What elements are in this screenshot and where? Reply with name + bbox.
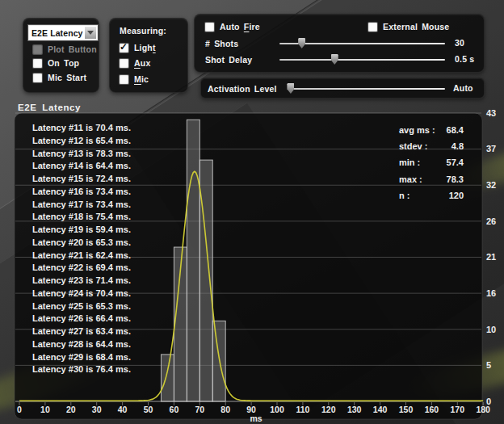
checkbox-row-aux[interactable]: Aux (120, 57, 150, 69)
plot-button-checkbox (33, 45, 42, 54)
external-mouse-label: External Mouse (383, 21, 449, 32)
latency-log-line: Latency #28 is 64.4 ms. (32, 339, 131, 349)
latency-log-line: Latency #15 is 72.4 ms. (32, 174, 131, 183)
activation-value: Auto (453, 83, 473, 93)
mic-start-label: Mic Start (48, 72, 86, 83)
plot-button-label: Plot Button (48, 44, 97, 55)
latency-log-line: Latency #30 is 76.4 ms. (32, 364, 131, 374)
preset-dropdown[interactable]: E2E Latency (28, 25, 98, 40)
aux-label: Aux (134, 57, 150, 69)
shot-delay-slider-track[interactable] (279, 59, 445, 61)
on-top-label: On Top (48, 57, 79, 69)
y-tick-label: 26 (486, 216, 496, 226)
light-checkbox[interactable] (120, 44, 128, 52)
stat-label: min : (399, 157, 420, 167)
x-tick-label: 160 (425, 405, 439, 414)
checkbox-row-light[interactable]: Light (120, 42, 156, 53)
mic-checkbox[interactable] (120, 75, 128, 84)
checkbox-row-on-top[interactable]: On Top (33, 57, 79, 69)
shot-delay-value: 0.5 s (455, 54, 474, 64)
latency-log-line: Latency #25 is 65.3 ms. (32, 301, 131, 311)
shots-value: 30 (455, 38, 464, 48)
y-tick-label: 5 (486, 360, 491, 370)
y-tick-label: 37 (486, 144, 496, 153)
checkbox-row-plot-button: Plot Button (33, 44, 97, 55)
stat-label: stdev : (399, 141, 427, 151)
x-tick-label: 20 (66, 405, 76, 414)
stat-value: 78.3 (447, 174, 464, 184)
latency-log-line: Latency #18 is 75.4 ms. (32, 212, 131, 221)
stat-value: 68.4 (447, 125, 464, 135)
stat-label: n : (399, 191, 410, 200)
mic-label: Mic (134, 73, 149, 85)
x-tick-label: 170 (451, 405, 465, 414)
checkbox-row-mic-start[interactable]: Mic Start (33, 72, 86, 83)
dropdown-button[interactable] (85, 27, 96, 39)
auto-fire-checkbox[interactable] (205, 23, 214, 31)
shot-delay-slider-thumb[interactable] (331, 54, 338, 65)
x-tick-label: 40 (118, 405, 128, 414)
checkbox-row-auto-fire[interactable]: Auto Fire (205, 21, 260, 32)
x-tick-label: 80 (220, 405, 230, 414)
x-tick-label: 110 (296, 405, 309, 414)
latency-log-line: Latency #13 is 78.3 ms. (32, 149, 131, 158)
histogram-bar (161, 355, 174, 401)
latency-log-line: Latency #12 is 65.4 ms. (32, 136, 131, 145)
preset-panel: E2E Latency Plot ButtonOn TopMic Start (23, 18, 99, 93)
aux-checkbox[interactable] (120, 59, 128, 68)
stat-value: 120 (449, 191, 464, 200)
checkbox-row-external-mouse[interactable]: External Mouse (368, 21, 449, 32)
histogram-bar (200, 160, 212, 401)
latency-log-line: Latency #17 is 73.4 ms. (32, 199, 131, 209)
fire-panel: Auto Fire External Mouse # Shots 30 Shot… (194, 14, 485, 73)
latency-log-line: Latency #14 is 64.4 ms. (32, 161, 131, 170)
latency-log-line: Latency #23 is 71.4 ms. (32, 275, 131, 285)
mic-start-checkbox[interactable] (33, 73, 42, 82)
external-mouse-checkbox[interactable] (368, 23, 377, 31)
x-tick-label: 140 (373, 405, 388, 414)
latency-histogram-chart: 0510162126323743010203040506070809010011… (0, 101, 504, 424)
on-top-checkbox[interactable] (33, 59, 42, 68)
x-tick-label: 100 (270, 405, 284, 414)
shots-slider-thumb[interactable] (298, 38, 305, 48)
latency-log-line: Latency #29 is 68.4 ms. (32, 352, 131, 362)
latency-log-line: Latency #20 is 65.3 ms. (32, 237, 131, 247)
latency-log-line: Latency #11 is 70.4 ms. (32, 123, 131, 132)
x-tick-label: 30 (92, 405, 102, 414)
chevron-down-icon (87, 31, 94, 35)
latency-log-line: Latency #19 is 59.4 ms. (32, 225, 131, 234)
x-axis-unit-label: ms (250, 414, 262, 423)
latency-log-line: Latency #26 is 66.4 ms. (32, 313, 131, 323)
latency-log-line: Latency #21 is 62.4 ms. (32, 250, 131, 260)
y-tick-label: 32 (486, 180, 496, 190)
light-label: Light (134, 42, 156, 53)
x-tick-label: 70 (195, 405, 204, 414)
latency-log-line: Latency #16 is 73.4 ms. (32, 187, 131, 196)
stat-value: 4.8 (452, 141, 464, 151)
activation-slider-track[interactable] (288, 88, 445, 90)
auto-fire-label: Auto Fire (220, 21, 260, 32)
y-tick-label: 21 (486, 252, 496, 262)
activation-slider-thumb[interactable] (287, 83, 294, 94)
stat-label: max : (399, 174, 422, 184)
x-tick-label: 150 (399, 405, 414, 414)
x-tick-label: 130 (347, 405, 362, 414)
y-tick-label: 16 (486, 288, 496, 298)
y-tick-label: 10 (486, 325, 496, 334)
x-tick-label: 60 (170, 405, 179, 414)
x-tick-label: 120 (321, 405, 336, 414)
checkbox-row-mic[interactable]: Mic (120, 73, 149, 85)
x-tick-label: 10 (40, 405, 50, 414)
x-tick-label: 50 (144, 405, 153, 414)
latency-log-line: Latency #22 is 69.4 ms. (32, 262, 131, 272)
shots-label: # Shots (205, 38, 238, 49)
shot-delay-label: Shot Delay (205, 54, 252, 65)
x-tick-label: 0 (17, 405, 22, 414)
shots-slider-track[interactable] (279, 43, 445, 44)
stat-value: 57.4 (447, 157, 464, 167)
histogram-bar (187, 120, 200, 401)
stat-label: avg ms : (399, 125, 435, 135)
activation-label: Activation Level (208, 83, 277, 94)
measuring-panel: Measuring: LightAuxMic (109, 18, 188, 93)
measuring-title: Measuring: (120, 25, 166, 36)
